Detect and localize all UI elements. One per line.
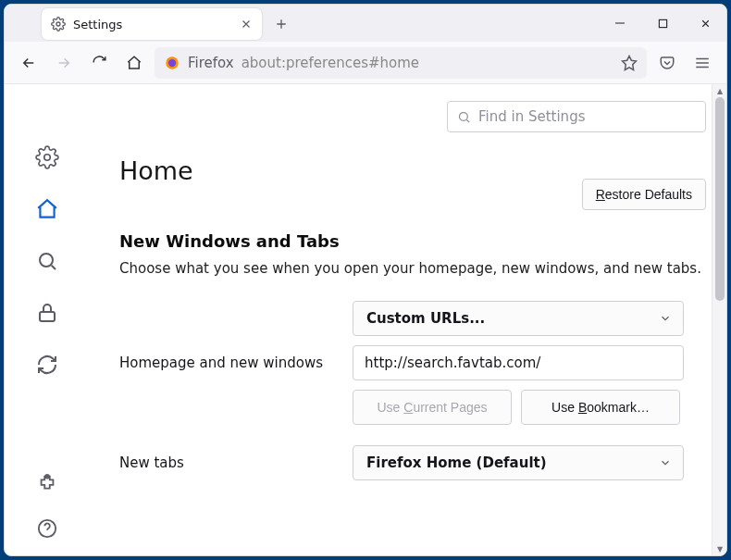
tab-title: Settings: [73, 18, 232, 31]
svg-point-0: [56, 22, 60, 26]
svg-point-4: [44, 155, 51, 161]
scrollbar[interactable]: ▲ ▼: [712, 84, 726, 555]
use-bookmark-button[interactable]: Use Bookmark…: [521, 390, 680, 425]
forward-button[interactable]: [49, 48, 79, 78]
firefox-logo-icon: [164, 55, 180, 71]
homepage-mode-value: Custom URLs...: [366, 310, 485, 327]
sidebar-privacy[interactable]: [30, 295, 65, 330]
homepage-url-input[interactable]: http://search.favtab.com/: [353, 345, 684, 380]
pocket-button[interactable]: [652, 48, 682, 78]
app-menu-button[interactable]: [688, 48, 717, 78]
nav-toolbar: Firefox about:preferences#home: [5, 42, 726, 84]
svg-point-9: [460, 112, 468, 120]
svg-point-3: [168, 58, 176, 66]
section-description: Choose what you see when you open your h…: [119, 260, 706, 277]
scroll-down-icon[interactable]: ▼: [712, 542, 726, 555]
sidebar-home[interactable]: [30, 192, 65, 227]
settings-search[interactable]: Find in Settings: [447, 101, 706, 132]
identity-label: Firefox: [188, 55, 234, 71]
svg-point-5: [40, 254, 53, 267]
gear-icon: [51, 17, 66, 31]
content-area: Find in Settings Home Restore Defaults N…: [5, 84, 726, 555]
section-heading: New Windows and Tabs: [119, 231, 706, 251]
settings-main: Find in Settings Home Restore Defaults N…: [90, 84, 726, 555]
maximize-button[interactable]: [641, 5, 684, 42]
new-tab-button[interactable]: [267, 10, 295, 38]
url-text: about:preferences#home: [242, 55, 613, 71]
bookmark-star-icon[interactable]: [621, 55, 638, 71]
use-current-pages-button[interactable]: Use Current Pages: [353, 390, 512, 425]
chevron-down-icon: [659, 312, 672, 325]
home-button[interactable]: [119, 48, 149, 78]
close-tab-icon[interactable]: [240, 18, 253, 31]
chevron-down-icon: [659, 456, 672, 469]
homepage-label: Homepage and new windows: [119, 355, 353, 371]
sidebar-general[interactable]: [30, 140, 65, 175]
scroll-up-icon[interactable]: ▲: [712, 84, 726, 97]
sidebar-sync[interactable]: [30, 347, 65, 382]
svg-rect-1: [659, 19, 666, 27]
browser-tab[interactable]: Settings: [42, 8, 262, 40]
search-placeholder: Find in Settings: [478, 108, 585, 125]
reload-button[interactable]: [84, 48, 114, 78]
sidebar-help[interactable]: [30, 511, 65, 546]
sidebar-search[interactable]: [30, 243, 65, 279]
window-controls: [599, 5, 726, 42]
sidebar-extensions[interactable]: [30, 467, 65, 502]
homepage-url-value: http://search.favtab.com/: [365, 355, 540, 371]
settings-sidebar: [5, 84, 90, 555]
newtabs-value: Firefox Home (Default): [366, 454, 547, 471]
url-bar[interactable]: Firefox about:preferences#home: [155, 47, 647, 79]
back-button[interactable]: [14, 48, 43, 78]
newtabs-label: New tabs: [119, 454, 353, 471]
svg-rect-6: [40, 312, 55, 321]
page-title: Home: [119, 156, 193, 185]
minimize-button[interactable]: [599, 5, 641, 42]
restore-defaults-button[interactable]: Restore Defaults: [582, 179, 706, 210]
close-window-button[interactable]: [684, 5, 726, 42]
homepage-mode-select[interactable]: Custom URLs...: [353, 301, 684, 336]
titlebar: Settings: [5, 5, 726, 42]
search-icon: [457, 110, 471, 124]
scrollbar-thumb[interactable]: [715, 97, 725, 301]
newtabs-select[interactable]: Firefox Home (Default): [353, 445, 684, 480]
